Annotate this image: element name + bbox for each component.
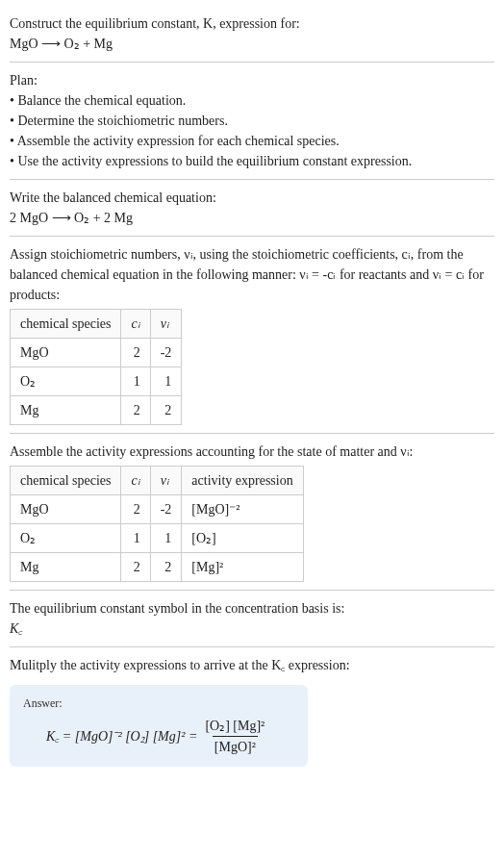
col-c: cᵢ [121, 467, 150, 495]
multiply-intro: Mulitply the activity expressions to arr… [10, 655, 494, 675]
cell-species: O₂ [11, 367, 121, 396]
table-row: Mg 2 2 [Mg]² [11, 553, 304, 582]
answer-fraction: [O₂] [Mg]² [MgO]² [203, 716, 266, 757]
title-line: Construct the equilibrium constant, K, e… [10, 13, 494, 34]
symbol-value: K꜀ [10, 619, 494, 639]
divider [10, 590, 494, 591]
divider [10, 236, 494, 237]
unbalanced-reaction: MgO ⟶ O₂ + Mg [10, 34, 494, 54]
cell-expr: [Mg]² [182, 553, 303, 582]
divider [10, 433, 494, 434]
cell-expr: [MgO]⁻² [182, 495, 303, 524]
cell-species: Mg [11, 396, 121, 425]
balanced-equation: 2 MgO ⟶ O₂ + 2 Mg [10, 208, 494, 228]
col-v: νᵢ [150, 310, 182, 339]
plan-item: • Use the activity expressions to build … [10, 151, 494, 171]
answer-box: Answer: K꜀ = [MgO]⁻² [O₂] [Mg]² = [O₂] [… [10, 685, 308, 767]
cell-c: 1 [121, 367, 150, 396]
stoich-intro: Assign stoichiometric numbers, νᵢ, using… [10, 244, 494, 305]
activity-intro: Assemble the activity expressions accoun… [10, 442, 494, 462]
table-header-row: chemical species cᵢ νᵢ activity expressi… [11, 467, 304, 495]
balanced-intro: Write the balanced chemical equation: [10, 188, 494, 208]
answer-expression: K꜀ = [MgO]⁻² [O₂] [Mg]² = [O₂] [Mg]² [Mg… [23, 716, 294, 757]
plan-block: Plan: • Balance the chemical equation. •… [10, 64, 494, 177]
cell-v: 1 [150, 524, 182, 553]
fraction-numerator: [O₂] [Mg]² [203, 716, 266, 736]
col-v: νᵢ [150, 467, 182, 495]
col-c: cᵢ [121, 310, 150, 339]
fraction-denominator: [MgO]² [213, 736, 258, 757]
cell-species: MgO [11, 495, 121, 524]
col-species: chemical species [11, 310, 121, 339]
table-row: O₂ 1 1 [O₂] [11, 524, 304, 553]
plan-item: • Determine the stoichiometric numbers. [10, 111, 494, 131]
table-header-row: chemical species cᵢ νᵢ [11, 310, 182, 339]
divider [10, 646, 494, 647]
cell-species: Mg [11, 553, 121, 582]
multiply-block: Mulitply the activity expressions to arr… [10, 649, 494, 681]
plan-item: • Balance the chemical equation. [10, 90, 494, 111]
header-block: Construct the equilibrium constant, K, e… [10, 8, 494, 60]
col-species: chemical species [11, 467, 121, 495]
stoich-block: Assign stoichiometric numbers, νᵢ, using… [10, 239, 494, 431]
cell-v: -2 [150, 339, 182, 367]
table-row: O₂ 1 1 [11, 367, 182, 396]
col-expr: activity expression [182, 467, 303, 495]
cell-c: 2 [121, 553, 150, 582]
cell-c: 2 [121, 396, 150, 425]
cell-v: -2 [150, 495, 182, 524]
activity-table: chemical species cᵢ νᵢ activity expressi… [10, 466, 304, 582]
cell-c: 2 [121, 339, 150, 367]
table-row: MgO 2 -2 [11, 339, 182, 367]
answer-lhs: K꜀ = [MgO]⁻² [O₂] [Mg]² = [46, 726, 197, 746]
cell-expr: [O₂] [182, 524, 303, 553]
cell-v: 2 [150, 396, 182, 425]
divider [10, 179, 494, 180]
activity-block: Assemble the activity expressions accoun… [10, 436, 494, 588]
table-row: MgO 2 -2 [MgO]⁻² [11, 495, 304, 524]
plan-item: • Assemble the activity expression for e… [10, 131, 494, 151]
balanced-block: Write the balanced chemical equation: 2 … [10, 182, 494, 234]
plan-title: Plan: [10, 70, 494, 90]
symbol-block: The equilibrium constant symbol in the c… [10, 593, 494, 644]
cell-species: MgO [11, 339, 121, 367]
symbol-intro: The equilibrium constant symbol in the c… [10, 598, 494, 619]
table-row: Mg 2 2 [11, 396, 182, 425]
cell-v: 1 [150, 367, 182, 396]
answer-label: Answer: [23, 695, 294, 712]
cell-species: O₂ [11, 524, 121, 553]
stoich-table: chemical species cᵢ νᵢ MgO 2 -2 O₂ 1 1 M… [10, 309, 182, 425]
cell-c: 2 [121, 495, 150, 524]
cell-c: 1 [121, 524, 150, 553]
cell-v: 2 [150, 553, 182, 582]
divider [10, 62, 494, 63]
